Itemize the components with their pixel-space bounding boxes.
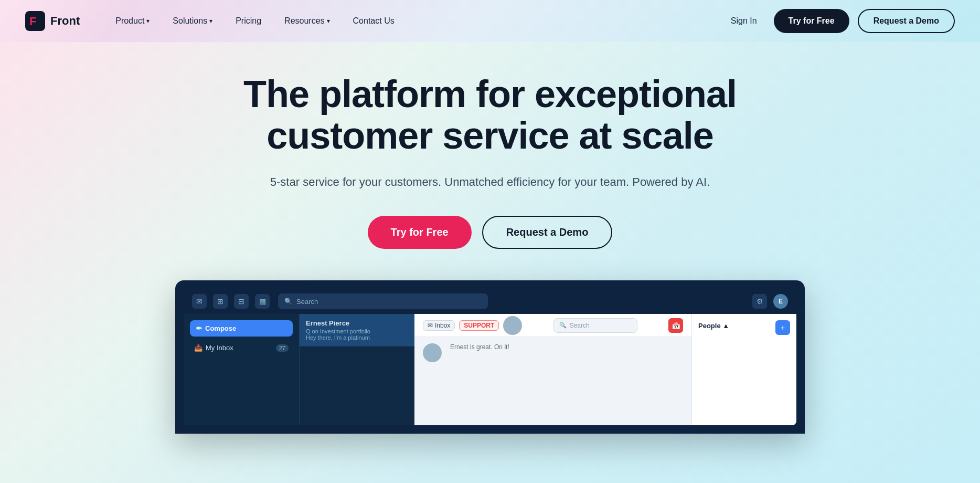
try-free-nav-button[interactable]: Try for Free xyxy=(774,9,849,33)
message-item[interactable]: Ernest Pierce Q on Investment portfolio … xyxy=(300,314,414,346)
contact-avatar-header xyxy=(503,316,522,335)
toolbar-icon-chart[interactable]: ▦ xyxy=(255,294,270,309)
request-demo-nav-button[interactable]: Request a Demo xyxy=(858,9,955,33)
hero-title: The platform for exceptional customer se… xyxy=(243,74,737,156)
app-sidebar: ✏ Compose 📥 My Inbox 27 xyxy=(184,314,299,425)
brand-name: Front xyxy=(50,14,80,28)
compose-button[interactable]: ✏ Compose xyxy=(190,320,293,337)
main-message-text: Ernest is great. On it! xyxy=(450,343,683,351)
navbar: F Front Product ▾ Solutions ▾ Pricing Re… xyxy=(0,0,980,42)
main-body: Ernest is great. On it! xyxy=(414,337,691,425)
message-sender-name: Ernest Pierce xyxy=(306,319,408,327)
hero-content: The platform for exceptional customer se… xyxy=(228,42,752,280)
chevron-down-icon: ▾ xyxy=(327,17,330,25)
right-panel: People ▲ + xyxy=(691,314,796,425)
app-body: ✏ Compose 📥 My Inbox 27 xyxy=(184,314,796,425)
toolbar-icon-grid[interactable]: ⊞ xyxy=(213,294,228,309)
toolbar-icon-save[interactable]: ⊟ xyxy=(234,294,249,309)
sign-in-button[interactable]: Sign In xyxy=(722,12,765,30)
main-message-area: Ernest is great. On it! xyxy=(450,343,683,419)
nav-item-solutions[interactable]: Solutions ▾ xyxy=(162,12,223,30)
support-badge: SUPPORT xyxy=(459,320,499,331)
nav-item-pricing[interactable]: Pricing xyxy=(225,12,272,30)
hero-buttons: Try for Free Request a Demo xyxy=(368,216,613,249)
app-main-content: ✉ Inbox SUPPORT 🔍 Search 📅 xyxy=(414,314,691,425)
calendar-icon[interactable]: 📅 xyxy=(668,318,683,333)
try-free-hero-button[interactable]: Try for Free xyxy=(368,216,472,249)
toolbar-search-bar[interactable]: 🔍 Search xyxy=(278,293,488,309)
request-demo-hero-button[interactable]: Request a Demo xyxy=(482,216,613,249)
hero-section: The platform for exceptional customer se… xyxy=(0,42,980,483)
search-placeholder: Search xyxy=(296,298,318,306)
inbox-icon-small: ✉ xyxy=(428,322,433,329)
contact-avatar-body xyxy=(423,343,442,362)
nav-actions: Sign In Try for Free Request a Demo xyxy=(722,9,955,33)
settings-icon[interactable]: ⚙ xyxy=(752,294,767,309)
main-search-bar[interactable]: 🔍 Search xyxy=(553,318,637,333)
nav-item-resources[interactable]: Resources ▾ xyxy=(274,12,340,30)
chevron-down-icon: ▾ xyxy=(209,17,212,25)
nav-item-contact[interactable]: Contact Us xyxy=(343,12,405,30)
add-person-icon[interactable]: + xyxy=(775,320,790,335)
search-icon: 🔍 xyxy=(284,298,292,305)
inbox-icon: 📥 xyxy=(194,344,203,352)
main-content-header: ✉ Inbox SUPPORT 🔍 Search 📅 xyxy=(414,314,691,337)
sidebar-inbox-item[interactable]: 📥 My Inbox 27 xyxy=(190,341,293,355)
main-search-placeholder: Search xyxy=(570,322,590,329)
right-panel-title: People ▲ xyxy=(698,322,729,330)
search-icon-main: 🔍 xyxy=(559,322,567,329)
message-subject: Q on Investment portfolio xyxy=(306,328,408,334)
nav-links: Product ▾ Solutions ▾ Pricing Resources … xyxy=(105,12,722,30)
svg-text:F: F xyxy=(29,15,36,28)
logo-link[interactable]: F Front xyxy=(25,11,80,31)
compose-icon: ✏ xyxy=(196,324,202,332)
toolbar-icon-inbox[interactable]: ✉ xyxy=(192,294,207,309)
hero-subtitle: 5-star service for your customers. Unmat… xyxy=(270,173,710,191)
app-screenshot: ✉ ⊞ ⊟ ▦ 🔍 Search ⚙ E xyxy=(175,280,805,434)
toolbar-right: ⚙ E xyxy=(752,294,788,309)
app-toolbar: ✉ ⊞ ⊟ ▦ 🔍 Search ⚙ E xyxy=(184,289,796,314)
user-avatar[interactable]: E xyxy=(773,294,788,309)
nav-item-product[interactable]: Product ▾ xyxy=(105,12,160,30)
inbox-count-badge: 27 xyxy=(276,344,289,352)
chevron-down-icon: ▾ xyxy=(146,17,150,25)
app-inner: ✉ ⊞ ⊟ ▦ 🔍 Search ⚙ E xyxy=(184,289,796,425)
toolbar-icons: ✉ ⊞ ⊟ ▦ xyxy=(192,294,270,309)
inbox-badge: ✉ Inbox xyxy=(423,320,455,331)
message-preview: Hey there, I'm a platinum xyxy=(306,334,408,341)
messages-list: Ernest Pierce Q on Investment portfolio … xyxy=(299,314,414,425)
front-logo-icon: F xyxy=(25,11,45,31)
